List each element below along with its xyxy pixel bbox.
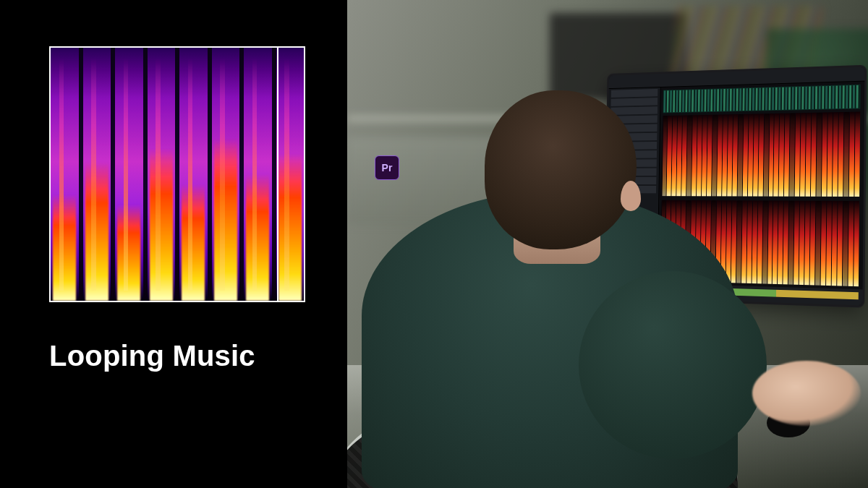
spectrogram-column <box>148 48 176 301</box>
spectrogram-columns <box>51 48 304 301</box>
ear <box>621 181 641 211</box>
person-silhouette <box>362 98 738 488</box>
spectrogram-thumbnail <box>49 46 305 302</box>
left-panel: Looping Music <box>0 0 347 488</box>
tutorial-slide: Looping Music Pr <box>0 0 868 488</box>
workstation-photo: Pr <box>347 0 868 488</box>
spectrogram-column <box>83 48 111 301</box>
spectrogram-column <box>244 48 272 301</box>
playhead-indicator <box>277 46 278 302</box>
hand-on-mouse <box>752 361 861 426</box>
shoulder <box>579 271 767 459</box>
spectrogram-column <box>276 48 305 301</box>
slide-caption: Looping Music <box>49 340 255 372</box>
spectrogram-column <box>179 48 208 301</box>
spectrogram-column <box>115 48 143 301</box>
spectrogram-column <box>212 48 240 301</box>
spectrogram-column <box>51 48 79 301</box>
